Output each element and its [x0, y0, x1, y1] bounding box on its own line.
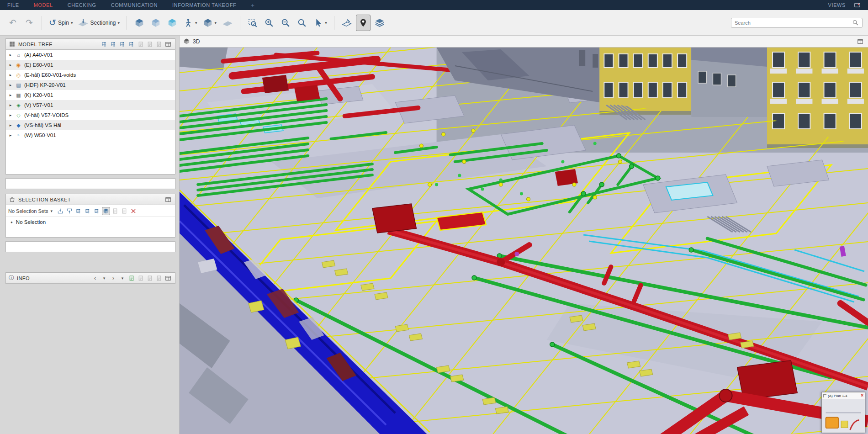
report-button[interactable] [120, 207, 128, 215]
selection-basket-header-actions [164, 196, 172, 204]
3d-scene[interactable] [180, 48, 868, 434]
info-title: INFO [17, 275, 30, 281]
add-to-basket-button[interactable] [56, 207, 64, 215]
copy-button[interactable] [137, 40, 145, 48]
add-tab-button[interactable]: + [251, 2, 254, 9]
bullet-icon: ● [11, 220, 13, 224]
info-actions: ‹ ▾ › ▾ [91, 274, 172, 282]
view-preset-button[interactable]: ▾ [201, 15, 219, 31]
tab-communication[interactable]: COMMUNICATION [111, 2, 158, 8]
paste-button[interactable] [146, 40, 154, 48]
model-tree-item[interactable]: ▸ ⌂ (A) A40-V01 [6, 50, 175, 60]
model-tree-item[interactable]: ▸ ◇ (V-hål) V57-VOIDS [6, 110, 175, 120]
selection-basket-icon [9, 196, 16, 203]
model-tree-item[interactable]: ▸ ◎ (E-hål) E60-V01-voids [6, 70, 175, 80]
next-item-button[interactable]: › [109, 274, 117, 282]
expand-arrow-icon[interactable]: ▸ [8, 63, 13, 67]
copy-button[interactable] [137, 274, 145, 282]
zoom-out-button[interactable] [278, 15, 293, 31]
add-note-button[interactable] [127, 274, 136, 282]
previous-item-button[interactable]: ‹ [91, 274, 99, 282]
resize-handle-icon[interactable] [823, 394, 826, 397]
floating-view-titlebar[interactable]: (A) Plan 1-4 × [822, 392, 865, 399]
sort-tree-button[interactable] [118, 40, 127, 48]
ghost-cube-icon [151, 18, 161, 28]
expand-arrow-icon[interactable]: ▸ [8, 53, 13, 57]
previous-options-button[interactable]: ▾ [100, 274, 108, 282]
sectioning-button[interactable]: Sectioning ▾ [76, 15, 122, 31]
zoom-window-button[interactable] [245, 15, 260, 31]
report-button[interactable] [155, 40, 163, 48]
basket-collapse-button[interactable] [84, 207, 92, 215]
viewport-layout-button[interactable] [856, 37, 864, 46]
toolbar-separator [334, 16, 334, 30]
basket-expand-button[interactable] [74, 207, 83, 215]
selection-basket-footer-strip [5, 241, 175, 252]
viewport-3d: 3D [179, 36, 868, 434]
copy-button[interactable] [111, 207, 119, 215]
model-tree-icon [9, 41, 16, 48]
chevron-down-icon: ▾ [118, 21, 120, 25]
tree-group-icon [128, 41, 135, 48]
expand-arrow-icon[interactable]: ▸ [8, 83, 13, 87]
redo-button[interactable]: ↷ [22, 15, 37, 31]
expand-arrow-icon[interactable]: ▸ [8, 93, 13, 97]
model-tree-item[interactable]: ▸ ≈ (W) W50-V01 [6, 130, 175, 140]
basket-group-button[interactable] [93, 207, 101, 215]
model-tree-item[interactable]: ▸ ◆ (VS-hål) VS Hål [6, 120, 175, 130]
search-input[interactable] [735, 20, 849, 26]
collapse-tree-button[interactable] [109, 40, 117, 48]
tab-information-takeoff[interactable]: INFORMATION TAKEOFF [172, 2, 236, 8]
expand-arrow-icon[interactable]: ▸ [8, 73, 13, 77]
minimap-button[interactable] [356, 15, 370, 31]
expand-tree-button[interactable] [100, 40, 108, 48]
expand-arrow-icon[interactable]: ▸ [8, 103, 13, 107]
close-icon[interactable]: × [861, 393, 863, 398]
next-options-button[interactable]: ▾ [118, 274, 127, 282]
expand-arrow-icon[interactable]: ▸ [8, 133, 13, 138]
undo-button[interactable]: ↶ [5, 15, 20, 31]
model-tree-item[interactable]: ▸ ▤ (HDF) KP-20-V01 [6, 80, 175, 90]
clear-basket-button[interactable] [129, 207, 138, 215]
tree-group-icon [94, 208, 100, 214]
model-tree-item[interactable]: ▸ ◉ (E) E60-V01 [6, 60, 175, 70]
previous-icon: ‹ [94, 275, 96, 281]
markup-plane-button[interactable] [339, 15, 354, 31]
paste-button[interactable] [146, 274, 154, 282]
model-tree-item[interactable]: ▸ ▦ (K) K20-V01 [6, 90, 175, 100]
show-all-button[interactable] [132, 15, 147, 31]
chevron-down-icon: ▾ [195, 21, 197, 25]
toolbar-separator [127, 16, 127, 30]
model-tree-item[interactable]: ▸ ◈ (V) V57-V01 [6, 100, 175, 110]
selection-sets-dropdown[interactable]: No Selection Sets ▾ [8, 208, 53, 214]
transparency-button[interactable] [165, 15, 180, 31]
zoom-extents-button[interactable] [295, 15, 309, 31]
layers-button[interactable] [372, 15, 387, 31]
plan-view-button[interactable] [220, 15, 235, 31]
tab-checking[interactable]: CHECKING [68, 2, 96, 8]
pick-button[interactable]: ▾ [311, 15, 329, 31]
panel-menu-button[interactable] [164, 40, 172, 48]
capture-icon[interactable] [854, 2, 861, 9]
show-basket-in-3d-button[interactable] [102, 207, 110, 215]
tab-views[interactable]: VIEWS [828, 2, 846, 8]
panel-menu-button[interactable] [164, 196, 172, 204]
expand-arrow-icon[interactable]: ▸ [8, 113, 13, 117]
zoom-in-button[interactable] [262, 15, 276, 31]
model-tree-item-label: (K) K20-V01 [24, 92, 53, 98]
hide-selected-button[interactable] [148, 15, 163, 31]
panel-menu-button[interactable] [164, 274, 172, 282]
spin-button[interactable]: ↺ Spin ▾ [47, 15, 74, 31]
model-tree-item-label: (V) V57-V01 [24, 102, 53, 108]
floating-view-window[interactable]: (A) Plan 1-4 × [821, 392, 865, 433]
remove-from-basket-button[interactable] [65, 207, 74, 215]
toolbar-separator [42, 16, 42, 30]
report-button[interactable] [155, 274, 163, 282]
tab-file[interactable]: FILE [7, 2, 19, 8]
chevron-down-icon: ▾ [50, 209, 53, 213]
expand-arrow-icon[interactable]: ▸ [8, 123, 13, 127]
walk-mode-button[interactable]: ▾ [181, 15, 199, 31]
group-tree-button[interactable] [127, 40, 136, 48]
model-tree-title: MODEL TREE [18, 42, 53, 47]
tab-model[interactable]: MODEL [34, 2, 53, 8]
